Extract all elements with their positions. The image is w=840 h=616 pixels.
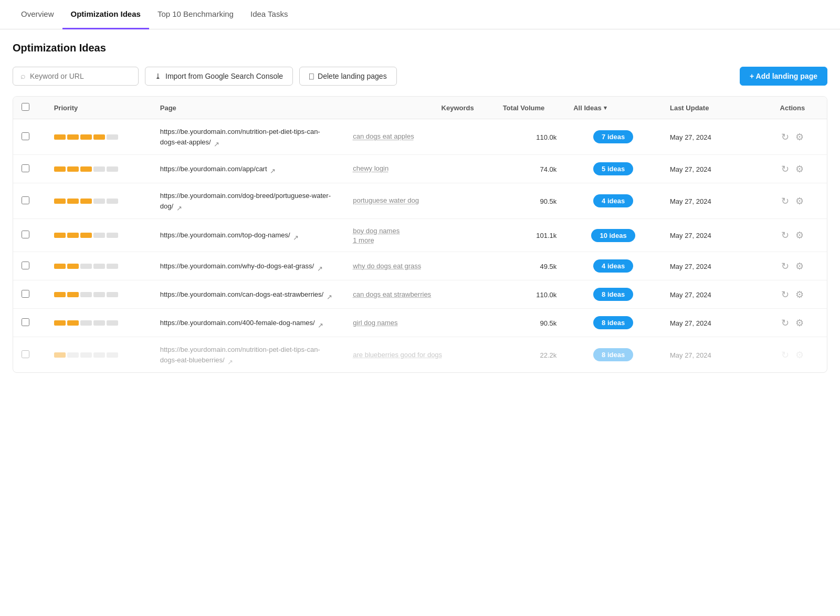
- keywords-cell: chewy login: [344, 155, 482, 183]
- actions-cell: ↻ ⚙: [758, 337, 827, 373]
- ideas-badge[interactable]: 8 ideas: [593, 348, 633, 361]
- update-cell: May 27, 2024: [662, 337, 758, 373]
- search-box: ⌕: [13, 67, 139, 86]
- row-checkbox-3[interactable]: [22, 231, 29, 238]
- update-cell: May 27, 2024: [662, 219, 758, 252]
- more-link[interactable]: 1 more: [353, 236, 374, 244]
- ideas-badge[interactable]: 4 ideas: [593, 194, 633, 207]
- nav-tab-idea-tasks[interactable]: Idea Tasks: [242, 0, 296, 29]
- ideas-cell[interactable]: 4 ideas: [565, 183, 662, 219]
- refresh-icon[interactable]: ↻: [781, 229, 789, 241]
- row-checkbox-6[interactable]: [22, 318, 29, 326]
- keywords-cell: why do dogs eat grass: [344, 252, 482, 280]
- add-label: + Add landing page: [750, 72, 817, 80]
- refresh-icon[interactable]: ↻: [781, 317, 789, 329]
- keyword-link[interactable]: can dogs eat apples: [353, 132, 474, 141]
- keyword-link[interactable]: portuguese water dog: [353, 196, 474, 205]
- volume-text: 49.5k: [540, 263, 556, 270]
- external-link-icon[interactable]: ↗: [317, 264, 323, 270]
- update-cell: May 27, 2024: [662, 119, 758, 155]
- priority-bar-2: [80, 166, 92, 172]
- nav-tab-optimization-ideas[interactable]: Optimization Ideas: [62, 0, 149, 29]
- refresh-icon[interactable]: ↻: [781, 131, 789, 143]
- refresh-icon[interactable]: ↻: [781, 289, 789, 300]
- keyword-link[interactable]: boy dog names: [353, 226, 474, 236]
- nav-tab-top-10-benchmarking[interactable]: Top 10 Benchmarking: [149, 0, 242, 29]
- keyword-link[interactable]: can dogs eat strawberries: [353, 290, 474, 299]
- row-checkbox-4[interactable]: [22, 262, 29, 269]
- header-actions: Actions: [758, 97, 827, 119]
- priority-bar-0: [54, 134, 66, 140]
- keyword-link[interactable]: girl dog names: [353, 318, 474, 328]
- external-link-icon[interactable]: ↗: [270, 166, 276, 172]
- priority-cell: [46, 252, 152, 280]
- ideas-badge[interactable]: 8 ideas: [593, 316, 633, 329]
- ideas-cell[interactable]: 8 ideas: [565, 337, 662, 373]
- page-cell: https://be.yourdomain.com/nutrition-pet-…: [152, 337, 344, 373]
- table-container: Priority Page Keywords Total Volume All …: [13, 96, 827, 373]
- header-checkbox-cell: [13, 97, 46, 119]
- header-ideas[interactable]: All Ideas ▾: [565, 97, 662, 119]
- table-row: https://be.yourdomain.com/400-female-dog…: [13, 309, 827, 337]
- import-button[interactable]: ⤓ Import from Google Search Console: [145, 67, 293, 86]
- priority-bar-3: [93, 199, 105, 204]
- volume-cell: 49.5k: [482, 252, 565, 280]
- select-all-checkbox[interactable]: [22, 103, 29, 111]
- import-label: Import from Google Search Console: [165, 72, 283, 80]
- search-input[interactable]: [30, 72, 131, 80]
- action-icons: ↻ ⚙: [766, 260, 818, 272]
- refresh-icon: ↻: [781, 349, 789, 361]
- page-url: https://be.yourdomain.com/dog-breed/port…: [160, 192, 331, 210]
- external-link-icon[interactable]: ↗: [327, 292, 333, 298]
- ideas-badge[interactable]: 8 ideas: [593, 288, 633, 301]
- settings-icon[interactable]: ⚙: [795, 260, 804, 272]
- nav-tab-overview[interactable]: Overview: [13, 0, 62, 29]
- settings-icon[interactable]: ⚙: [795, 229, 804, 241]
- table-row: https://be.yourdomain.com/can-dogs-eat-s…: [13, 280, 827, 309]
- external-link-icon[interactable]: ↗: [176, 203, 183, 210]
- keyword-link[interactable]: chewy login: [353, 164, 474, 173]
- update-cell: May 27, 2024: [662, 309, 758, 337]
- refresh-icon[interactable]: ↻: [781, 163, 789, 175]
- update-cell: May 27, 2024: [662, 155, 758, 183]
- ideas-cell[interactable]: 8 ideas: [565, 309, 662, 337]
- external-link-icon[interactable]: ↗: [214, 139, 220, 145]
- refresh-icon[interactable]: ↻: [781, 195, 789, 207]
- priority-bar-3: [93, 292, 105, 297]
- ideas-cell[interactable]: 7 ideas: [565, 119, 662, 155]
- settings-icon[interactable]: ⚙: [795, 289, 804, 300]
- settings-icon[interactable]: ⚙: [795, 163, 804, 175]
- ideas-badge[interactable]: 10 ideas: [591, 229, 635, 242]
- ideas-cell[interactable]: 4 ideas: [565, 252, 662, 280]
- keyword-link[interactable]: why do dogs eat grass: [353, 262, 474, 271]
- ideas-cell[interactable]: 5 ideas: [565, 155, 662, 183]
- priority-bar-3: [93, 166, 105, 172]
- delete-button[interactable]: ⎕ Delete landing pages: [299, 67, 397, 86]
- ideas-cell[interactable]: 8 ideas: [565, 280, 662, 309]
- row-checkbox-0[interactable]: [22, 132, 29, 140]
- priority-bar-0: [54, 264, 66, 269]
- external-link-icon[interactable]: ↗: [227, 357, 234, 363]
- refresh-icon[interactable]: ↻: [781, 260, 789, 272]
- priority-bar-1: [67, 264, 79, 269]
- row-checkbox-5[interactable]: [22, 290, 29, 298]
- external-link-icon[interactable]: ↗: [293, 233, 299, 239]
- table-header-row: Priority Page Keywords Total Volume All …: [13, 97, 827, 119]
- keyword-link[interactable]: are blueberries good for dogs: [353, 350, 474, 360]
- settings-icon[interactable]: ⚙: [795, 195, 804, 207]
- ideas-badge[interactable]: 5 ideas: [593, 162, 633, 175]
- ideas-badge[interactable]: 4 ideas: [593, 259, 633, 273]
- external-link-icon[interactable]: ↗: [318, 320, 324, 327]
- toolbar: ⌕ ⤓ Import from Google Search Console ⎕ …: [13, 67, 827, 86]
- page-url: https://be.yourdomain.com/can-dogs-eat-s…: [160, 290, 333, 298]
- ideas-cell[interactable]: 10 ideas: [565, 219, 662, 252]
- settings-icon[interactable]: ⚙: [795, 131, 804, 143]
- ideas-badge[interactable]: 7 ideas: [593, 130, 633, 143]
- add-landing-page-button[interactable]: + Add landing page: [740, 67, 827, 86]
- row-checkbox-2[interactable]: [22, 196, 29, 204]
- row-checkbox-1[interactable]: [22, 164, 29, 172]
- priority-bar-2: [80, 292, 92, 297]
- row-checkbox-7[interactable]: [22, 350, 29, 358]
- priority-bar-0: [54, 292, 66, 297]
- settings-icon[interactable]: ⚙: [795, 317, 804, 329]
